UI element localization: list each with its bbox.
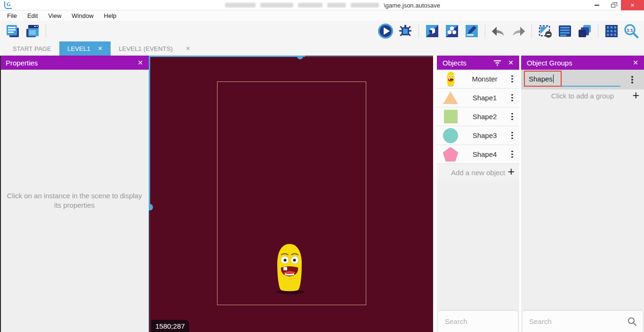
text-caret	[553, 74, 554, 83]
object-menu-button[interactable]	[509, 113, 515, 121]
object-groups-panel-header: Object Groups ✕	[521, 56, 644, 70]
toolbar-separator	[531, 24, 532, 38]
object-menu-button[interactable]	[509, 94, 515, 102]
cursor-coordinates-readout: 1580;287	[151, 320, 189, 332]
menu-view[interactable]: View	[43, 10, 66, 21]
properties-close-icon[interactable]: ✕	[137, 59, 143, 66]
tab-level1-events-close-icon[interactable]: ✕	[181, 41, 195, 56]
tab-level1-events-label: LEVEL1 (EVENTS)	[119, 45, 173, 52]
menu-file[interactable]: File	[2, 10, 22, 21]
object-name: Monster	[460, 75, 509, 83]
editor-tab-bar: START PAGE LEVEL1 ✕ LEVEL1 (EVENTS) ✕	[0, 41, 644, 56]
object-menu-button[interactable]	[509, 132, 515, 139]
properties-panel-header: Properties ✕	[0, 56, 149, 70]
tab-level1[interactable]: LEVEL1 ✕	[59, 41, 111, 56]
object-row-shape3[interactable]: Shape3	[437, 126, 519, 145]
properties-empty-message: Click on an instance in the scene to dis…	[7, 191, 142, 210]
properties-panel: Properties ✕ Click on an instance in the…	[0, 56, 149, 332]
add-object-row[interactable]: Add a new object +	[437, 164, 519, 181]
tab-level1-events[interactable]: LEVEL1 (EVENTS)	[111, 41, 181, 56]
tab-start-page-label: START PAGE	[13, 45, 51, 52]
objects-panel: Objects ✕	[437, 56, 519, 332]
object-row-shape4[interactable]: Shape4	[437, 145, 519, 164]
project-manager-icon	[6, 24, 20, 38]
object-row-monster[interactable]: Monster	[437, 70, 519, 89]
object-row-shape2[interactable]: Shape2	[437, 107, 519, 126]
play-icon	[378, 23, 394, 39]
delete-instances-button[interactable]	[536, 22, 554, 40]
add-group-row[interactable]: Click to add a group +	[521, 89, 644, 102]
window-titlebar: G \game.json.autosave ✕	[0, 0, 644, 10]
object-groups-panel-title: Object Groups	[527, 59, 572, 67]
debug-button[interactable]	[396, 22, 414, 40]
objects-list-button[interactable]	[443, 22, 461, 40]
object-name: Shape1	[460, 94, 509, 102]
delete-instances-icon	[538, 24, 552, 38]
start-page-button[interactable]	[24, 22, 41, 40]
redo-icon	[511, 24, 526, 38]
group-edit-row[interactable]: Shapes	[521, 70, 644, 89]
objects-panel-header: Objects ✕	[437, 56, 519, 70]
object-menu-button[interactable]	[509, 75, 515, 83]
group-menu-button[interactable]	[629, 76, 636, 83]
zoom-original-icon: 1:1	[624, 24, 639, 39]
start-page-icon	[25, 24, 40, 38]
edit-scene-icon	[465, 24, 479, 38]
search-icon	[628, 317, 643, 326]
undo-button[interactable]	[490, 22, 507, 40]
menu-bar: File Edit View Window Help	[0, 10, 644, 21]
add-object-icon	[425, 24, 439, 38]
window-title-text: \game.json.autosave	[384, 2, 440, 9]
plus-icon: +	[507, 165, 515, 178]
horizontal-scrollbar-track[interactable]	[305, 56, 433, 57]
group-name-input[interactable]: Shapes	[529, 75, 553, 83]
vertical-scrollbar-handle[interactable]	[149, 204, 153, 211]
close-button[interactable]: ✕	[621, 0, 644, 10]
redo-button[interactable]	[509, 22, 527, 40]
minimize-button[interactable]	[589, 0, 605, 10]
square-thumbnail-icon	[441, 110, 460, 123]
edit-scene-button[interactable]	[463, 22, 481, 40]
scene-editor-canvas[interactable]: 1580;287	[149, 56, 433, 332]
object-groups-close-icon[interactable]: ✕	[633, 59, 638, 66]
object-menu-button[interactable]	[509, 151, 515, 158]
preview-play-button[interactable]	[377, 22, 394, 40]
add-group-label: Click to add a group	[521, 92, 644, 100]
tab-start-page[interactable]: START PAGE	[5, 41, 59, 56]
add-object-button[interactable]	[423, 22, 441, 40]
grid-button[interactable]	[603, 22, 620, 40]
filter-icon[interactable]	[493, 60, 501, 66]
circle-thumbnail-icon	[441, 128, 460, 143]
restore-button[interactable]	[605, 0, 621, 10]
menu-edit[interactable]: Edit	[22, 10, 43, 21]
horizontal-scrollbar[interactable]	[149, 56, 305, 57]
main-toolbar: 1:1	[0, 21, 644, 41]
redacted-title-segment	[351, 3, 379, 8]
plus-icon: +	[632, 89, 639, 102]
horizontal-scrollbar-handle[interactable]	[297, 56, 303, 59]
object-groups-panel: Object Groups ✕ Shapes Click to add a gr…	[521, 56, 644, 332]
window-title: \game.json.autosave	[225, 0, 440, 10]
restore-icon	[611, 4, 615, 8]
objects-close-icon[interactable]: ✕	[508, 59, 514, 66]
gdevelop-logo-icon: G	[4, 1, 12, 9]
svg-text:1:1: 1:1	[627, 28, 633, 32]
grid-icon	[604, 24, 619, 38]
pentagon-thumbnail-icon	[441, 147, 460, 162]
monster-instance[interactable]	[274, 242, 306, 295]
debug-icon	[398, 24, 412, 38]
layers-button[interactable]	[576, 22, 594, 40]
minimize-icon	[595, 5, 599, 6]
project-manager-button[interactable]	[4, 22, 22, 40]
menu-help[interactable]: Help	[99, 10, 122, 21]
menu-window[interactable]: Window	[66, 10, 98, 21]
groups-search-bar	[523, 311, 643, 332]
vertical-scrollbar[interactable]	[149, 56, 150, 207]
object-row-shape1[interactable]: Shape1	[437, 89, 519, 107]
vertical-scrollbar-track[interactable]	[149, 207, 150, 332]
object-name: Shape4	[460, 150, 509, 158]
tab-level1-close-icon[interactable]: ✕	[98, 45, 103, 52]
zoom-original-button[interactable]: 1:1	[622, 22, 640, 40]
instances-list-button[interactable]	[556, 22, 574, 40]
groups-search-input[interactable]	[523, 317, 628, 325]
